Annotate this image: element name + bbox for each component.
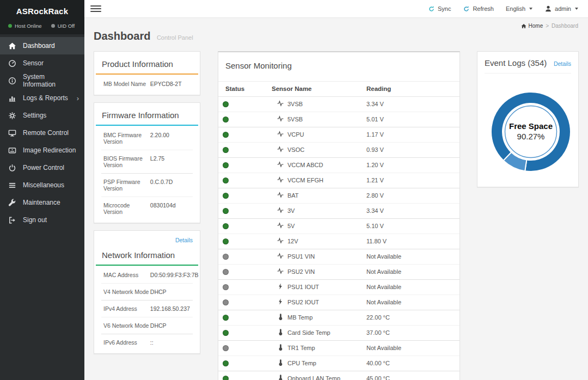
sensor-reading: 5.10 V <box>366 223 384 229</box>
sidebar-item-settings[interactable]: Settings <box>0 107 84 124</box>
event-logs-header: Event Logs (354) Details <box>485 58 571 73</box>
chevron-down-icon <box>575 8 578 10</box>
sensor-name: VCCM ABCD <box>287 162 323 168</box>
info-row-value: 192.168.50.237 <box>150 305 190 312</box>
info-row-value: 0.C.0.7D <box>150 179 173 192</box>
sensor-name-cell: 3VSB <box>272 97 366 112</box>
bolt-icon <box>277 298 284 306</box>
uid-status: UID Off <box>51 23 75 29</box>
sensor-status-cell <box>218 127 272 143</box>
thermometer-icon <box>277 329 284 336</box>
sensor-name-cell: 5V <box>272 219 366 234</box>
sensor-reading-cell: 45.00 °C <box>366 371 460 380</box>
sensor-reading-cell: 3.34 V <box>366 97 460 112</box>
sensor-row[interactable]: VCCM EFGH1.21 V <box>218 173 460 188</box>
sidebar-item-system-information[interactable]: System Information <box>0 72 84 89</box>
gauge-icon <box>8 59 16 68</box>
sidebar-item-remote-control[interactable]: Remote Control <box>0 124 84 142</box>
brand-logo: ASRockRack <box>0 4 84 19</box>
sensor-status-cell <box>218 356 272 371</box>
status-dot-na <box>223 345 229 351</box>
info-row: IPv4 Address192.168.50.237 <box>101 301 193 317</box>
sensor-row[interactable]: VCPU1.17 V <box>218 127 460 143</box>
sensor-status-cell <box>218 371 272 380</box>
waveform-icon <box>277 253 284 260</box>
sidebar-item-image-redirection[interactable]: Image Redirection <box>0 142 84 159</box>
sensor-row[interactable]: 5V5.10 V <box>218 219 460 234</box>
refresh-icon <box>463 5 470 13</box>
info-row-value: DHCP <box>150 322 167 329</box>
status-dot-na <box>223 299 229 305</box>
sensor-row[interactable]: PSU1 VINNot Available <box>218 249 460 265</box>
sidebar-item-sensor[interactable]: Sensor <box>0 54 84 72</box>
sensor-row[interactable]: Card Side Temp37.00 °C <box>218 326 460 341</box>
sensor-row[interactable]: BAT2.80 V <box>218 188 460 204</box>
sensor-row[interactable]: 3V3.34 V <box>218 204 460 219</box>
chevron-right-icon: › <box>77 95 79 102</box>
sensor-row[interactable]: 5VSB5.01 V <box>218 112 460 127</box>
sensor-row[interactable]: Onboard LAN Temp45.00 °C <box>218 371 460 380</box>
sensor-name: PSU2 VIN <box>287 268 315 275</box>
network-details-link[interactable]: Details <box>175 237 193 243</box>
sensor-reading-cell: 1.20 V <box>366 158 460 173</box>
breadcrumb: Home > Dashboard <box>521 23 578 29</box>
breadcrumb-separator: > <box>546 23 549 29</box>
sensor-monitoring-card: Sensor Monitoring Status Sensor Name Rea… <box>218 51 460 380</box>
uid-status-label: UID Off <box>58 23 75 29</box>
event-logs-details-link[interactable]: Details <box>554 60 571 67</box>
info-row-label: BMC Firmware Version <box>103 132 150 145</box>
sensor-reading: 3.34 V <box>366 101 384 107</box>
sidebar-item-sign-out[interactable]: Sign out <box>0 211 84 229</box>
language-label: English <box>506 5 525 12</box>
sensor-name: VCCM EFGH <box>287 177 323 183</box>
sensor-reading-cell: Not Available <box>366 295 460 310</box>
breadcrumb-home[interactable]: Home <box>521 23 543 29</box>
sensor-row[interactable]: VSOC0.93 V <box>218 143 460 158</box>
sensor-row[interactable]: VCCM ABCD1.20 V <box>218 158 460 173</box>
bmc-dashboard-app: ASRockRack Host Online UID Off Dashboard… <box>0 0 588 380</box>
sensor-name: 12V <box>287 238 298 244</box>
user-menu[interactable]: admin <box>544 5 578 13</box>
sync-button[interactable]: Sync <box>428 5 451 13</box>
sensor-reading: 1.17 V <box>366 131 384 138</box>
monitor-icon <box>8 129 16 137</box>
sidebar-item-label: Settings <box>23 112 46 119</box>
sensor-row[interactable]: CPU Temp40.00 °C <box>218 356 460 371</box>
sidebar-item-dashboard[interactable]: Dashboard <box>0 37 84 54</box>
host-status-label: Host Online <box>15 23 42 29</box>
sidebar-item-miscellaneous[interactable]: Miscellaneous <box>0 176 84 194</box>
menu-toggle-icon[interactable] <box>90 4 101 14</box>
sensor-row[interactable]: PSU1 IOUTNot Available <box>218 280 460 295</box>
sensor-row[interactable]: TR1 TempNot Available <box>218 341 460 356</box>
username-label: admin <box>555 5 571 12</box>
sensor-row[interactable]: PSU2 IOUTNot Available <box>218 295 460 310</box>
language-dropdown[interactable]: English <box>506 5 532 12</box>
sensor-reading-cell: 5.01 V <box>366 112 460 127</box>
sensor-reading: Not Available <box>366 345 401 351</box>
info-row: MB Model NameEPYCD8-2T <box>101 76 193 92</box>
waveform-icon <box>277 268 284 275</box>
sensor-row[interactable]: 12V11.80 V <box>218 234 460 249</box>
sensor-row[interactable]: PSU2 VINNot Available <box>218 265 460 280</box>
free-space-value: 90.27% <box>485 132 577 141</box>
sensor-row[interactable]: 3VSB3.34 V <box>218 97 460 112</box>
status-dot-na <box>223 284 229 290</box>
status-dot-ok <box>223 238 229 244</box>
waveform-icon <box>277 100 284 108</box>
sidebar-item-label: Power Control <box>23 164 64 171</box>
status-dot-ok <box>223 330 229 336</box>
sidebar-item-maintenance[interactable]: Maintenance <box>0 194 84 211</box>
topbar-controls: Sync Refresh English admin <box>428 5 578 13</box>
card-title: Network Information <box>102 250 193 260</box>
sensor-name: Onboard LAN Temp <box>287 375 340 380</box>
status-dot-ok <box>223 132 229 138</box>
refresh-button[interactable]: Refresh <box>463 5 494 13</box>
sensor-name-cell: VCCM EFGH <box>272 173 366 188</box>
sidebar-item-power-control[interactable]: Power Control <box>0 159 84 176</box>
sidebar-item-logs-reports[interactable]: Logs & Reports › <box>0 89 84 107</box>
sensor-reading-cell: Not Available <box>366 249 460 265</box>
sensor-name-cell: TR1 Temp <box>272 341 366 356</box>
sensor-row[interactable]: MB Temp22.00 °C <box>218 310 460 326</box>
sidebar-item-label: Logs & Reports <box>23 94 68 102</box>
chevron-down-icon <box>529 8 532 10</box>
